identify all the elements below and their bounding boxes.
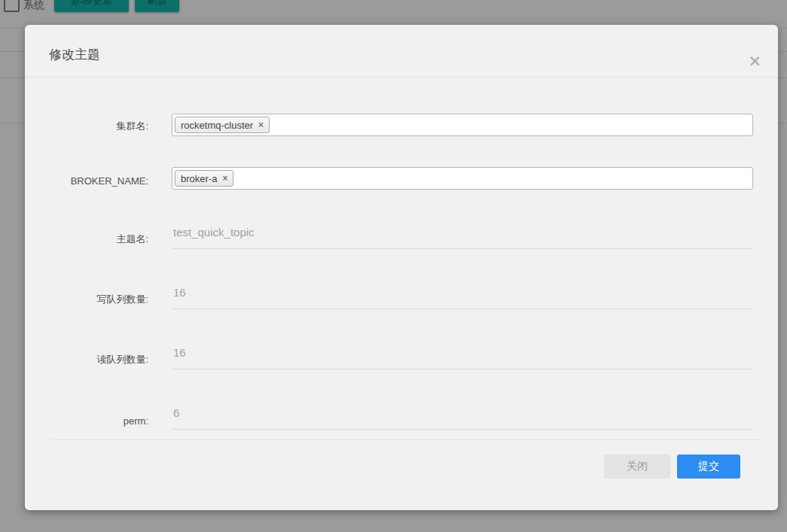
write-queue-input[interactable] (172, 285, 753, 309)
perm-label: perm: (25, 415, 172, 430)
topic-name-row: 主题名: (25, 225, 753, 249)
tag-remove-icon[interactable]: × (258, 120, 264, 130)
broker-name-row: BROKER_NAME: broker-a × (25, 167, 753, 190)
refresh-button[interactable]: 刷新 (135, 0, 179, 12)
tag-remove-icon[interactable]: × (222, 173, 227, 184)
modal-header: 修改主题 (25, 25, 778, 78)
broker-name-label: BROKER_NAME: (25, 175, 172, 190)
submit-button[interactable]: 提交 (677, 454, 740, 479)
modal-footer: 关闭 提交 (25, 440, 778, 479)
close-icon[interactable]: × (748, 53, 761, 69)
topic-name-input[interactable] (172, 225, 753, 249)
cluster-name-select[interactable]: rocketmq-cluster × (172, 114, 753, 136)
broker-tag: broker-a × (175, 170, 233, 187)
perm-input[interactable] (172, 406, 753, 430)
add-update-button[interactable]: 新增/更新 (54, 0, 129, 12)
cluster-tag-label: rocketmq-cluster (181, 120, 253, 131)
system-checkbox-label: 系统 (23, 0, 44, 12)
broker-tag-label: broker-a (181, 173, 217, 184)
cluster-name-label: 集群名: (25, 120, 172, 136)
cluster-tag: rocketmq-cluster × (175, 117, 270, 133)
write-queue-label: 写队列数量: (25, 293, 172, 309)
topic-name-label: 主题名: (25, 233, 172, 249)
perm-row: perm: (25, 406, 753, 430)
edit-topic-modal: × 修改主题 集群名: rocketmq-cluster × BROKER_NA… (25, 25, 778, 510)
modal-title: 修改主题 (49, 47, 100, 62)
write-queue-row: 写队列数量: (25, 285, 753, 309)
broker-name-select[interactable]: broker-a × (172, 167, 753, 190)
read-queue-row: 读队列数量: (25, 345, 753, 369)
system-checkbox[interactable] (4, 0, 20, 12)
read-queue-input[interactable] (172, 345, 753, 369)
cluster-name-row: 集群名: rocketmq-cluster × (25, 114, 753, 136)
close-button[interactable]: 关闭 (604, 454, 670, 479)
read-queue-label: 读队列数量: (25, 353, 172, 369)
